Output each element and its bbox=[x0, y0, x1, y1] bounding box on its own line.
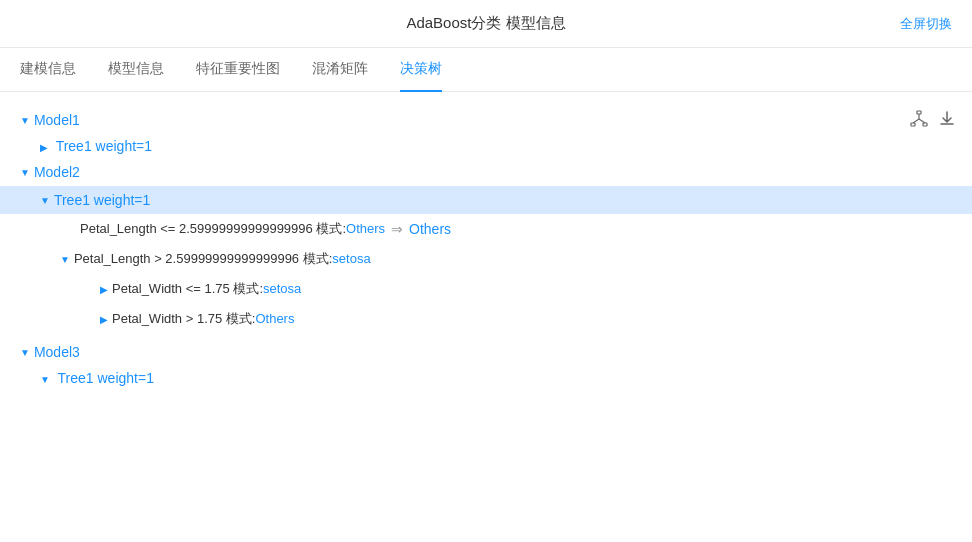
model1-label: Model1 bbox=[34, 112, 80, 128]
model1-tree1-row[interactable]: ▶ Tree1 weight=1 bbox=[0, 134, 972, 158]
model2-toggle: ▼ bbox=[20, 167, 30, 178]
node-petal-width-gt-text: Petal_Width > 1.75 模式:Others bbox=[112, 310, 294, 328]
model1-tree1-toggle: ▶ bbox=[40, 142, 48, 153]
tabs-bar: 建模信息 模型信息 特征重要性图 混淆矩阵 决策树 bbox=[0, 48, 972, 92]
header: AdaBoost分类 模型信息 全屏切换 bbox=[0, 0, 972, 48]
toolbar-icons bbox=[910, 110, 956, 132]
model3-row[interactable]: ▼ Model3 bbox=[0, 338, 972, 366]
model3-tree1-toggle: ▼ bbox=[40, 374, 50, 385]
model2-label: Model2 bbox=[34, 164, 80, 180]
node-petal-width-lte-text: Petal_Width <= 1.75 模式:setosa bbox=[112, 280, 301, 298]
model3-toggle: ▼ bbox=[20, 347, 30, 358]
svg-rect-2 bbox=[923, 123, 927, 126]
node-petal-width-gt-toggle: ▶ bbox=[100, 314, 108, 325]
node-arrow: ⇒ bbox=[391, 221, 403, 237]
model1-tree1-label: Tree1 weight=1 bbox=[56, 138, 152, 154]
tab-decision-tree[interactable]: 决策树 bbox=[400, 48, 442, 92]
tab-build-info[interactable]: 建模信息 bbox=[20, 48, 76, 92]
tab-confusion-matrix[interactable]: 混淆矩阵 bbox=[312, 48, 368, 92]
model2-tree1-toggle: ▼ bbox=[40, 195, 50, 206]
model3-tree1-row[interactable]: ▼ Tree1 weight=1 bbox=[0, 366, 972, 390]
svg-rect-1 bbox=[911, 123, 915, 126]
model3-label: Model3 bbox=[34, 344, 80, 360]
node-result-others: Others bbox=[409, 221, 451, 237]
model1-toggle: ▼ bbox=[20, 115, 30, 126]
node-petal-length-leaf: Petal_Length <= 2.59999999999999996 模式:O… bbox=[0, 214, 972, 244]
node-petal-width-lte-toggle: ▶ bbox=[100, 284, 108, 295]
node-petal-length-leaf-text: Petal_Length <= 2.59999999999999996 模式:O… bbox=[80, 220, 385, 238]
node-petal-length-gt-toggle: ▼ bbox=[60, 254, 70, 265]
svg-line-5 bbox=[919, 119, 925, 123]
page-title: AdaBoost分类 模型信息 bbox=[406, 14, 565, 33]
model1-row[interactable]: ▼ Model1 bbox=[0, 106, 972, 134]
node-petal-width-lte[interactable]: ▶ Petal_Width <= 1.75 模式:setosa bbox=[0, 274, 972, 304]
svg-line-4 bbox=[913, 119, 919, 123]
model2-tree1-label: Tree1 weight=1 bbox=[54, 192, 150, 208]
download-icon[interactable] bbox=[938, 110, 956, 132]
page-wrapper: AdaBoost分类 模型信息 全屏切换 建模信息 模型信息 特征重要性图 混淆… bbox=[0, 0, 972, 404]
tab-feature-importance[interactable]: 特征重要性图 bbox=[196, 48, 280, 92]
node-petal-width-gt[interactable]: ▶ Petal_Width > 1.75 模式:Others bbox=[0, 304, 972, 334]
topology-icon[interactable] bbox=[910, 110, 928, 132]
fullscreen-button[interactable]: 全屏切换 bbox=[900, 15, 952, 33]
model2-tree1-row[interactable]: ▼ Tree1 weight=1 bbox=[0, 186, 972, 214]
node-petal-length-gt-text: Petal_Length > 2.59999999999999996 模式:se… bbox=[74, 250, 371, 268]
content-area: ▼ Model1 ▶ Tree1 weight=1 ▼ Model2 ▼ Tre… bbox=[0, 92, 972, 404]
tab-model-info[interactable]: 模型信息 bbox=[108, 48, 164, 92]
svg-rect-0 bbox=[917, 111, 921, 114]
model3-tree1-label: Tree1 weight=1 bbox=[58, 370, 154, 386]
node-petal-length-gt[interactable]: ▼ Petal_Length > 2.59999999999999996 模式:… bbox=[0, 244, 972, 274]
model2-row[interactable]: ▼ Model2 bbox=[0, 158, 972, 186]
tree-container: ▼ Model1 ▶ Tree1 weight=1 ▼ Model2 ▼ Tre… bbox=[0, 102, 972, 394]
